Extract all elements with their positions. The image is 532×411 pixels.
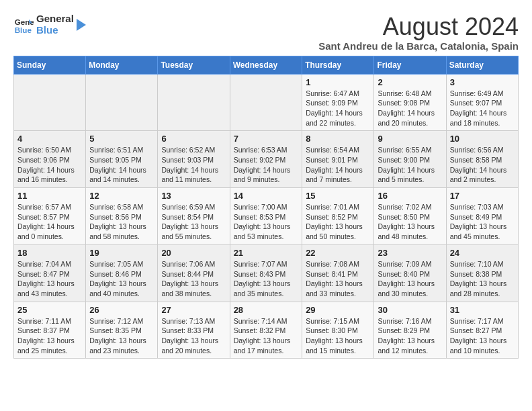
weekday-header-tuesday: Tuesday bbox=[158, 56, 230, 74]
logo-arrow-icon bbox=[77, 17, 89, 32]
day-number: 15 bbox=[306, 191, 370, 201]
day-info: Sunrise: 6:55 AMSunset: 9:00 PMDaylight:… bbox=[378, 145, 442, 185]
day-info: Sunrise: 6:51 AMSunset: 9:05 PMDaylight:… bbox=[89, 145, 154, 185]
weekday-header-sunday: Sunday bbox=[14, 56, 86, 74]
day-cell: 12Sunrise: 6:58 AMSunset: 8:56 PMDayligh… bbox=[86, 188, 158, 245]
day-info: Sunrise: 6:52 AMSunset: 9:03 PMDaylight:… bbox=[161, 145, 226, 185]
day-cell: 11Sunrise: 6:57 AMSunset: 8:57 PMDayligh… bbox=[14, 188, 86, 245]
day-cell: 29Sunrise: 7:15 AMSunset: 8:30 PMDayligh… bbox=[302, 302, 374, 359]
day-info: Sunrise: 7:11 AMSunset: 8:37 PMDaylight:… bbox=[17, 316, 82, 356]
day-number: 5 bbox=[89, 134, 154, 144]
logo-icon: General Blue bbox=[13, 15, 34, 35]
day-info: Sunrise: 7:14 AMSunset: 8:32 PMDaylight:… bbox=[234, 316, 299, 356]
day-cell: 26Sunrise: 7:12 AMSunset: 8:35 PMDayligh… bbox=[86, 302, 158, 359]
day-info: Sunrise: 6:54 AMSunset: 9:01 PMDaylight:… bbox=[306, 145, 370, 185]
day-cell: 16Sunrise: 7:02 AMSunset: 8:50 PMDayligh… bbox=[374, 188, 446, 245]
day-info: Sunrise: 6:58 AMSunset: 8:56 PMDaylight:… bbox=[89, 202, 154, 242]
page-subtitle: Sant Andreu de la Barca, Catalonia, Spai… bbox=[318, 40, 519, 52]
day-cell: 22Sunrise: 7:08 AMSunset: 8:41 PMDayligh… bbox=[302, 244, 374, 302]
day-number: 4 bbox=[17, 134, 82, 144]
day-number: 28 bbox=[234, 305, 299, 315]
weekday-header-thursday: Thursday bbox=[302, 56, 374, 74]
day-info: Sunrise: 6:49 AMSunset: 9:07 PMDaylight:… bbox=[450, 89, 515, 128]
day-info: Sunrise: 7:04 AMSunset: 8:47 PMDaylight:… bbox=[17, 259, 82, 299]
day-number: 30 bbox=[378, 305, 442, 315]
day-info: Sunrise: 6:47 AMSunset: 9:09 PMDaylight:… bbox=[306, 89, 370, 128]
day-cell bbox=[158, 74, 230, 131]
page-title: August 2024 bbox=[318, 13, 519, 40]
day-number: 27 bbox=[161, 305, 226, 315]
day-number: 18 bbox=[17, 248, 82, 258]
weekday-header-saturday: Saturday bbox=[446, 56, 518, 74]
logo-blue: Blue bbox=[36, 25, 74, 36]
weekday-header-monday: Monday bbox=[86, 56, 158, 74]
day-number: 10 bbox=[450, 134, 515, 144]
svg-text:Blue: Blue bbox=[15, 25, 32, 34]
day-cell: 20Sunrise: 7:06 AMSunset: 8:44 PMDayligh… bbox=[158, 244, 230, 302]
day-cell: 30Sunrise: 7:16 AMSunset: 8:29 PMDayligh… bbox=[374, 302, 446, 359]
day-info: Sunrise: 6:59 AMSunset: 8:54 PMDaylight:… bbox=[161, 202, 226, 242]
day-number: 8 bbox=[306, 134, 370, 144]
day-cell: 31Sunrise: 7:17 AMSunset: 8:27 PMDayligh… bbox=[446, 302, 518, 359]
day-number: 13 bbox=[161, 191, 226, 201]
day-number: 29 bbox=[306, 305, 370, 315]
day-info: Sunrise: 7:12 AMSunset: 8:35 PMDaylight:… bbox=[89, 316, 154, 356]
day-cell: 14Sunrise: 7:00 AMSunset: 8:53 PMDayligh… bbox=[230, 188, 302, 245]
day-info: Sunrise: 7:06 AMSunset: 8:44 PMDaylight:… bbox=[161, 259, 226, 299]
day-cell: 21Sunrise: 7:07 AMSunset: 8:43 PMDayligh… bbox=[230, 244, 302, 302]
day-cell: 28Sunrise: 7:14 AMSunset: 8:32 PMDayligh… bbox=[230, 302, 302, 359]
day-cell: 2Sunrise: 6:48 AMSunset: 9:08 PMDaylight… bbox=[374, 74, 446, 131]
day-cell bbox=[14, 74, 86, 131]
day-info: Sunrise: 7:09 AMSunset: 8:40 PMDaylight:… bbox=[378, 259, 442, 299]
day-info: Sunrise: 6:53 AMSunset: 9:02 PMDaylight:… bbox=[234, 145, 299, 185]
day-number: 3 bbox=[450, 77, 515, 87]
day-info: Sunrise: 7:05 AMSunset: 8:46 PMDaylight:… bbox=[89, 259, 154, 299]
day-info: Sunrise: 7:02 AMSunset: 8:50 PMDaylight:… bbox=[378, 202, 442, 242]
day-number: 23 bbox=[378, 248, 442, 258]
day-cell bbox=[230, 74, 302, 131]
header: General Blue General Blue August 2024 Sa… bbox=[13, 13, 519, 52]
title-area: August 2024 Sant Andreu de la Barca, Cat… bbox=[318, 13, 519, 52]
calendar: SundayMondayTuesdayWednesdayThursdayFrid… bbox=[13, 56, 519, 359]
day-number: 12 bbox=[89, 191, 154, 201]
day-cell: 24Sunrise: 7:10 AMSunset: 8:38 PMDayligh… bbox=[446, 244, 518, 302]
week-row-4: 18Sunrise: 7:04 AMSunset: 8:47 PMDayligh… bbox=[14, 244, 519, 302]
day-number: 7 bbox=[234, 134, 299, 144]
day-cell: 17Sunrise: 7:03 AMSunset: 8:49 PMDayligh… bbox=[446, 188, 518, 245]
day-number: 20 bbox=[161, 248, 226, 258]
day-number: 1 bbox=[306, 77, 370, 87]
day-info: Sunrise: 7:15 AMSunset: 8:30 PMDaylight:… bbox=[306, 316, 370, 356]
day-cell: 6Sunrise: 6:52 AMSunset: 9:03 PMDaylight… bbox=[158, 131, 230, 188]
day-number: 19 bbox=[89, 248, 154, 258]
day-cell: 10Sunrise: 6:56 AMSunset: 8:58 PMDayligh… bbox=[446, 131, 518, 188]
day-cell: 18Sunrise: 7:04 AMSunset: 8:47 PMDayligh… bbox=[14, 244, 86, 302]
day-info: Sunrise: 7:08 AMSunset: 8:41 PMDaylight:… bbox=[306, 259, 370, 299]
day-cell: 15Sunrise: 7:01 AMSunset: 8:52 PMDayligh… bbox=[302, 188, 374, 245]
day-info: Sunrise: 7:01 AMSunset: 8:52 PMDaylight:… bbox=[306, 202, 370, 242]
day-cell: 4Sunrise: 6:50 AMSunset: 9:06 PMDaylight… bbox=[14, 131, 86, 188]
day-cell: 19Sunrise: 7:05 AMSunset: 8:46 PMDayligh… bbox=[86, 244, 158, 302]
day-number: 9 bbox=[378, 134, 442, 144]
day-info: Sunrise: 6:48 AMSunset: 9:08 PMDaylight:… bbox=[378, 89, 442, 128]
day-info: Sunrise: 7:10 AMSunset: 8:38 PMDaylight:… bbox=[450, 259, 515, 299]
day-cell bbox=[86, 74, 158, 131]
day-cell: 23Sunrise: 7:09 AMSunset: 8:40 PMDayligh… bbox=[374, 244, 446, 302]
day-cell: 13Sunrise: 6:59 AMSunset: 8:54 PMDayligh… bbox=[158, 188, 230, 245]
week-row-1: 1Sunrise: 6:47 AMSunset: 9:09 PMDaylight… bbox=[14, 74, 519, 131]
day-cell: 9Sunrise: 6:55 AMSunset: 9:00 PMDaylight… bbox=[374, 131, 446, 188]
day-info: Sunrise: 7:17 AMSunset: 8:27 PMDaylight:… bbox=[450, 316, 515, 356]
logo-general: General bbox=[36, 13, 74, 25]
day-info: Sunrise: 7:03 AMSunset: 8:49 PMDaylight:… bbox=[450, 202, 515, 242]
day-info: Sunrise: 6:57 AMSunset: 8:57 PMDaylight:… bbox=[17, 202, 82, 242]
day-number: 22 bbox=[306, 248, 370, 258]
day-cell: 1Sunrise: 6:47 AMSunset: 9:09 PMDaylight… bbox=[302, 74, 374, 131]
week-row-3: 11Sunrise: 6:57 AMSunset: 8:57 PMDayligh… bbox=[14, 188, 519, 245]
day-info: Sunrise: 6:56 AMSunset: 8:58 PMDaylight:… bbox=[450, 145, 515, 185]
svg-marker-3 bbox=[77, 19, 86, 31]
day-number: 6 bbox=[161, 134, 226, 144]
day-cell: 5Sunrise: 6:51 AMSunset: 9:05 PMDaylight… bbox=[86, 131, 158, 188]
logo: General Blue General Blue bbox=[13, 13, 89, 36]
day-cell: 3Sunrise: 6:49 AMSunset: 9:07 PMDaylight… bbox=[446, 74, 518, 131]
day-number: 14 bbox=[234, 191, 299, 201]
day-number: 17 bbox=[450, 191, 515, 201]
